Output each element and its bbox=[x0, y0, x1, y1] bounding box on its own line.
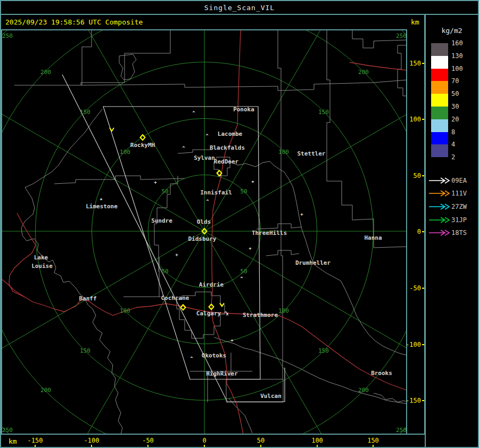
bottom-axis-tick-label: 50 bbox=[257, 437, 265, 444]
county-boundary bbox=[266, 250, 299, 256]
storm-track-id-label: 09EA bbox=[451, 177, 467, 184]
ring-distance-label: 200 bbox=[358, 69, 369, 76]
ring-distance-label: 100 bbox=[278, 307, 289, 314]
ring-distance-label: 250 bbox=[396, 32, 407, 39]
town-marker: * bbox=[251, 180, 254, 185]
bottom-axis-tick bbox=[373, 445, 374, 448]
city-label: Innisfail bbox=[200, 189, 232, 196]
right-axis-tick-label: -150 bbox=[406, 397, 421, 404]
city-label: Strathmore bbox=[243, 312, 278, 319]
city-label: Olds bbox=[197, 218, 211, 225]
county-boundary bbox=[54, 176, 185, 184]
city-label: Sylvan bbox=[194, 154, 215, 161]
town-marker: ^ bbox=[240, 276, 243, 281]
right-axis-tick-label: -50 bbox=[409, 284, 421, 292]
radar-map-svg: 5050505010010010010015015015015020020020… bbox=[1, 29, 407, 435]
city-label: Lake bbox=[34, 254, 48, 261]
ring-distance-label: 200 bbox=[358, 387, 369, 394]
colorbar-value-label: 100 bbox=[451, 65, 463, 72]
storm-track-legend-row: 111V bbox=[426, 189, 478, 198]
ring-distance-label: 200 bbox=[40, 69, 51, 76]
city-label: Blackfalds bbox=[210, 144, 245, 151]
right-axis-tick-label: 150 bbox=[409, 60, 421, 67]
town-marker: ^ bbox=[205, 133, 209, 139]
colorbar-value-label: 50 bbox=[451, 90, 459, 97]
county-boundary bbox=[257, 224, 302, 229]
ring-distance-label: 100 bbox=[120, 149, 130, 156]
header-strip: 2025/09/23 19:58:56 UTC Composite km bbox=[1, 15, 478, 29]
legend-panel: kg/m2 1601301007050302084209EA111V27ZW31… bbox=[426, 15, 478, 447]
colorbar-swatch bbox=[431, 94, 448, 107]
storm-track-arrow-icon bbox=[428, 203, 451, 210]
city-label: Vulcan bbox=[260, 393, 282, 400]
ring-distance-label: 250 bbox=[396, 427, 407, 434]
ring-distance-label: 50 bbox=[240, 268, 247, 275]
bottom-axis-tick bbox=[260, 445, 261, 448]
ring-distance-label: 150 bbox=[80, 347, 90, 354]
city-label: HighRiver bbox=[206, 370, 238, 377]
storm-track-legend-row: 09EA bbox=[426, 176, 478, 185]
ring-distance-label: 100 bbox=[278, 149, 289, 156]
town-marker: x bbox=[226, 311, 229, 316]
ring-distance-label: 50 bbox=[161, 188, 168, 195]
storm-track-id-label: 27ZW bbox=[451, 203, 467, 210]
storm-chevron-icon bbox=[110, 128, 114, 131]
county-boundary bbox=[190, 353, 252, 402]
colorbar-value-label: 160 bbox=[451, 39, 463, 47]
title-bar: Single_Scan_VIL bbox=[1, 1, 478, 15]
colorbar-value-label: 8 bbox=[451, 128, 455, 136]
colorbar-units-label: kg/m2 bbox=[426, 27, 478, 35]
storm-track-legend-row: 31JP bbox=[426, 216, 478, 224]
ring-distance-label: 150 bbox=[80, 109, 90, 116]
city-label: Ponoka bbox=[233, 106, 254, 113]
colorbar-swatch bbox=[431, 144, 448, 157]
town-marker: ^ bbox=[192, 110, 195, 116]
scan-sector-outline bbox=[62, 75, 285, 402]
storm-track-arrow-icon bbox=[428, 177, 451, 184]
city-label: Banff bbox=[79, 295, 96, 302]
city-label: Stettler bbox=[298, 150, 326, 157]
colorbar-value-label: 130 bbox=[451, 52, 463, 60]
bottom-axis-tick bbox=[317, 445, 318, 448]
bottom-axis-tick-label: 150 bbox=[367, 437, 379, 444]
city-label: Lacombe bbox=[218, 131, 243, 137]
ring-distance-label: 100 bbox=[120, 307, 130, 314]
city-label: Sundre bbox=[151, 217, 172, 224]
colorbar-value-label: 30 bbox=[451, 103, 459, 110]
city-label: Drumheller bbox=[295, 259, 331, 266]
right-axis-tick-label: 100 bbox=[409, 116, 421, 123]
county-boundary bbox=[327, 30, 330, 181]
city-label: RedDeer bbox=[214, 158, 239, 165]
radar-map-canvas[interactable]: 5050505010010010010015015015015020020020… bbox=[1, 29, 407, 435]
bottom-axis-tick-label: 0 bbox=[202, 437, 206, 444]
bottom-axis-tick bbox=[35, 445, 36, 448]
county-boundary bbox=[229, 161, 407, 355]
right-axis-tick-label: 0 bbox=[417, 228, 421, 235]
storm-track-legend-row: 18TS bbox=[426, 229, 478, 237]
storm-track-id-label: 18TS bbox=[451, 229, 467, 237]
county-boundary bbox=[278, 30, 283, 379]
colorbar-swatch bbox=[431, 81, 448, 94]
city-label: Brooks bbox=[371, 370, 392, 377]
city-label: Louise bbox=[31, 263, 53, 270]
storm-track-arrow-icon bbox=[428, 230, 451, 236]
town-marker: + bbox=[300, 211, 303, 217]
radar-site-diamond-icon bbox=[181, 305, 186, 310]
bottom-axis-tick-label: -100 bbox=[84, 437, 100, 444]
town-marker: + bbox=[175, 252, 178, 257]
city-label: Calgary bbox=[196, 310, 221, 317]
colorbar-value-label: 2 bbox=[451, 153, 455, 161]
storm-track-id-label: 111V bbox=[451, 190, 467, 197]
highway bbox=[211, 312, 407, 390]
colorbar-swatch bbox=[431, 107, 448, 119]
colorbar-swatch bbox=[431, 69, 448, 82]
storm-track-arrow-icon bbox=[428, 190, 451, 197]
colorbar-value-label: 4 bbox=[451, 141, 455, 148]
city-label: Didsbury bbox=[188, 235, 217, 242]
county-boundary bbox=[125, 29, 170, 83]
city-label: Hanna bbox=[364, 234, 382, 241]
ring-distance-label: 150 bbox=[318, 347, 329, 354]
right-axis-tick-label: 50 bbox=[414, 172, 421, 180]
county-boundary bbox=[229, 398, 252, 433]
county-boundary bbox=[21, 109, 122, 435]
